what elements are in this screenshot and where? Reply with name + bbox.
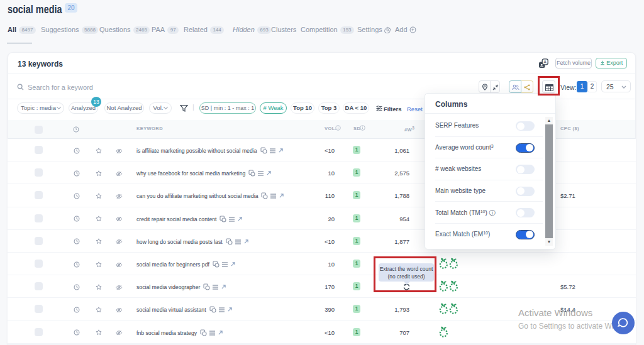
svg-text:A: A xyxy=(543,60,547,64)
